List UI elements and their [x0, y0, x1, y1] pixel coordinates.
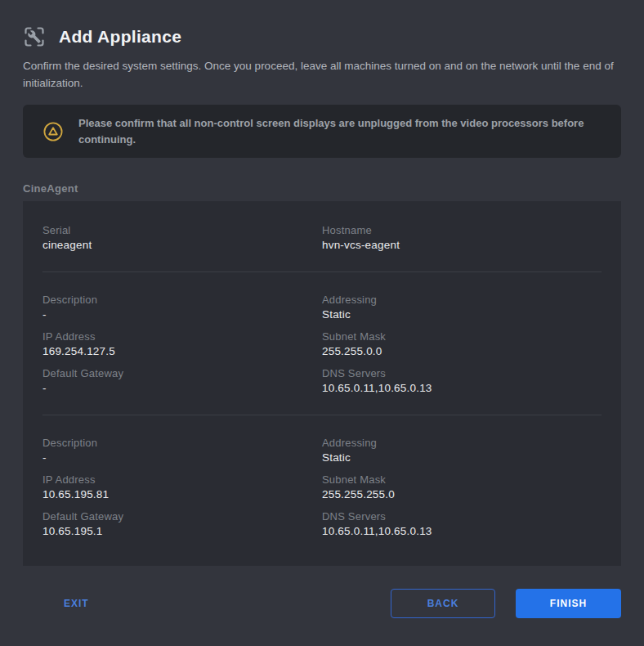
field-label: Subnet Mask [322, 330, 602, 343]
field-value: 10.65.195.1 [42, 525, 322, 538]
field-label: Serial [42, 224, 322, 236]
field-label: Addressing [322, 294, 602, 306]
field-value: cineagent [42, 239, 322, 252]
warning-circle-triangle-icon [42, 121, 64, 142]
field-value: Static [322, 308, 602, 321]
field-value: - [42, 308, 322, 321]
field-value: - [42, 382, 322, 395]
field-description: Description - [42, 437, 322, 463]
field-label: IP Address [42, 330, 322, 343]
field-label: DNS Servers [322, 510, 602, 523]
field-value: 10.65.0.11,10.65.0.13 [322, 525, 602, 538]
field-label: Hostname [322, 224, 602, 236]
appliance-wrench-icon [23, 25, 46, 48]
cineagent-card: Serial cineagent Hostname hvn-vcs-eagent… [23, 201, 621, 566]
field-serial: Serial cineagent [42, 224, 322, 250]
field-hostname: Hostname hvn-vcs-eagent [322, 224, 602, 250]
field-label: DNS Servers [322, 367, 602, 379]
divider [42, 415, 602, 415]
field-value: 255.255.255.0 [322, 488, 602, 501]
field-dns-servers: DNS Servers 10.65.0.11,10.65.0.13 [322, 510, 602, 536]
field-value: - [42, 451, 322, 464]
field-dns-servers: DNS Servers 10.65.0.11,10.65.0.13 [322, 367, 602, 393]
field-addressing: Addressing Static [322, 294, 602, 320]
field-label: Default Gateway [42, 510, 322, 523]
field-subnet-mask: Subnet Mask 255.255.0.0 [322, 330, 602, 357]
page-title: Add Appliance [59, 27, 181, 47]
network-block-1: Description - Addressing Static IP Addre… [42, 294, 602, 393]
field-label: Description [42, 294, 322, 306]
field-ip-address: IP Address 169.254.127.5 [42, 330, 322, 357]
field-value: 10.65.195.81 [42, 488, 322, 501]
divider [42, 271, 602, 272]
field-label: IP Address [42, 473, 322, 486]
field-value: hvn-vcs-eagent [322, 239, 602, 252]
field-default-gateway: Default Gateway - [42, 367, 322, 393]
field-label: Description [42, 437, 322, 449]
field-ip-address: IP Address 10.65.195.81 [42, 473, 322, 500]
field-value: 10.65.0.11,10.65.0.13 [322, 382, 602, 395]
warning-banner: Please confirm that all non-control scre… [23, 105, 621, 158]
field-value: 255.255.0.0 [322, 345, 602, 358]
field-subnet-mask: Subnet Mask 255.255.255.0 [322, 473, 602, 500]
field-value: Static [322, 451, 602, 464]
field-value: 169.254.127.5 [42, 345, 322, 358]
field-label: Addressing [322, 437, 602, 449]
field-description: Description - [42, 294, 322, 320]
finish-button[interactable]: FINISH [516, 589, 621, 618]
warning-text: Please confirm that all non-control scre… [78, 115, 602, 147]
exit-button[interactable]: EXIT [51, 590, 102, 617]
field-default-gateway: Default Gateway 10.65.195.1 [42, 510, 322, 536]
dialog-footer: EXIT BACK FINISH [23, 589, 621, 618]
section-label-cineagent: CineAgent [23, 182, 621, 195]
field-label: Subnet Mask [322, 473, 602, 486]
identity-fields: Serial cineagent Hostname hvn-vcs-eagent [42, 224, 602, 250]
field-addressing: Addressing Static [322, 437, 602, 463]
field-label: Default Gateway [42, 367, 322, 379]
page-description: Confirm the desired system settings. Onc… [23, 57, 621, 92]
dialog-header: Add Appliance Confirm the desired system… [23, 23, 621, 92]
network-block-2: Description - Addressing Static IP Addre… [42, 437, 602, 536]
back-button[interactable]: BACK [391, 589, 495, 618]
